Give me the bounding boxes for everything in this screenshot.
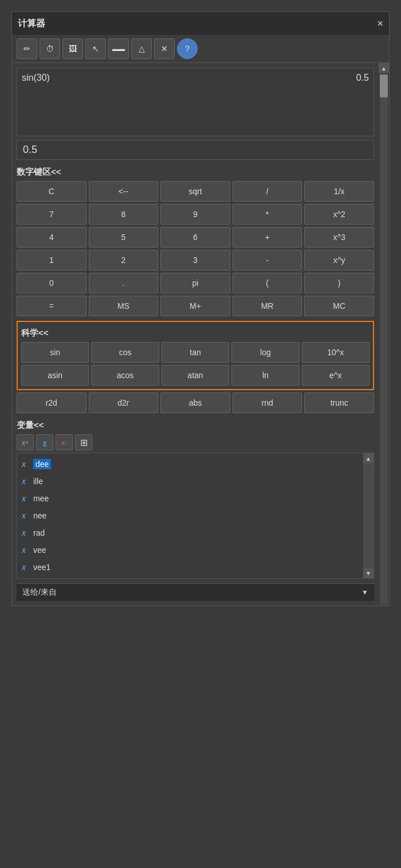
btn-reciprocal[interactable]: 1/x — [304, 181, 374, 202]
btn-7[interactable]: 7 — [17, 204, 87, 225]
var-name-dee: dee — [33, 459, 51, 469]
result-bar: 0.5 — [17, 140, 374, 160]
btn-9[interactable]: 9 — [160, 204, 230, 225]
btn-MC[interactable]: MC — [304, 296, 374, 316]
btn-acos[interactable]: acos — [91, 365, 159, 386]
cursor-btn[interactable]: ↖ — [85, 38, 106, 59]
extra-row: r2d d2r abs rnd trunc — [17, 392, 374, 413]
btn-3[interactable]: 3 — [160, 250, 230, 270]
btn-sqrt[interactable]: sqrt — [160, 181, 230, 202]
btn-multiply[interactable]: * — [233, 204, 302, 225]
var-name-mee: mee — [33, 494, 49, 503]
btn-8[interactable]: 8 — [89, 204, 159, 225]
image-btn[interactable]: 🖼 — [62, 38, 83, 59]
window-title: 计算器 — [18, 18, 45, 30]
btn-pi[interactable]: pi — [160, 273, 230, 293]
btn-4[interactable]: 4 — [17, 227, 87, 248]
add-var-btn[interactable]: x+ — [17, 434, 34, 450]
var-scroll-down[interactable]: ▼ — [363, 568, 374, 578]
btn-divide[interactable]: / — [233, 181, 302, 202]
ruler-btn[interactable]: ▬▬ — [108, 38, 129, 59]
delete-var-btn[interactable]: x- — [56, 434, 73, 450]
result-value: 0.5 — [23, 144, 37, 155]
var-name-vee: vee — [33, 545, 46, 555]
var-list: x dee x ille x mee x nee — [17, 453, 363, 578]
var-name-nee: nee — [33, 511, 46, 520]
btn-asin[interactable]: asin — [21, 365, 89, 386]
btn-dot[interactable]: . — [89, 273, 159, 293]
var-item-nee[interactable]: x nee — [17, 507, 363, 524]
close-button[interactable]: × — [377, 18, 383, 29]
btn-add[interactable]: + — [233, 227, 302, 248]
display-area: sin(30) 0.5 — [17, 68, 374, 136]
var-item-vee1[interactable]: x vee1 — [17, 559, 363, 576]
rename-var-btn[interactable]: x — [36, 434, 53, 450]
history-btn[interactable]: ⏱ — [40, 38, 60, 59]
btn-d2r[interactable]: d2r — [89, 392, 159, 413]
var-item-mee[interactable]: x mee — [17, 490, 363, 507]
btn-equals[interactable]: = — [17, 296, 87, 316]
bottom-label: 送给/来自 — [22, 587, 57, 598]
var-icon: x — [22, 477, 30, 486]
btn-x2[interactable]: x^2 — [304, 204, 374, 225]
expression-text: sin(30) — [22, 73, 50, 83]
var-name-vee1: vee1 — [33, 563, 50, 572]
btn-x3[interactable]: x^3 — [304, 227, 374, 248]
variables-label: 变量<< — [17, 420, 374, 431]
btn-ex[interactable]: e^x — [302, 365, 369, 386]
btn-10x[interactable]: 10^x — [302, 342, 369, 363]
grid-view-btn[interactable]: ⊞ — [75, 434, 92, 450]
var-icon: x — [22, 511, 30, 520]
var-list-container: x dee x ille x mee x nee — [17, 453, 374, 579]
btn-subtract[interactable]: - — [233, 250, 302, 270]
var-item-dee[interactable]: x dee — [17, 455, 363, 473]
scroll-thumb[interactable] — [380, 74, 388, 97]
btn-xy[interactable]: x^y — [304, 250, 374, 270]
btn-r2d[interactable]: r2d — [17, 392, 87, 413]
display-expression-row: sin(30) 0.5 — [22, 73, 369, 83]
var-item-ille[interactable]: x ille — [17, 473, 363, 490]
btn-6[interactable]: 6 — [160, 227, 230, 248]
btn-0[interactable]: 0 — [17, 273, 87, 293]
calculator-window: 计算器 × ✏ ⏱ 🖼 ↖ ▬▬ △ ✕ ? sin(30) 0.5 0.5 — [11, 11, 390, 606]
var-scroll-track — [364, 464, 372, 568]
eraser-btn[interactable]: ✏ — [17, 38, 37, 59]
btn-1[interactable]: 1 — [17, 250, 87, 270]
var-icon: x — [22, 528, 30, 537]
btn-sin[interactable]: sin — [21, 342, 89, 363]
btn-atan[interactable]: atan — [162, 365, 229, 386]
btn-ln[interactable]: ln — [231, 365, 299, 386]
scientific-label: 科学<< — [21, 328, 369, 339]
btn-rparen[interactable]: ) — [304, 273, 374, 293]
help-btn[interactable]: ? — [177, 38, 198, 59]
btn-MR[interactable]: MR — [233, 296, 302, 316]
btn-lparen[interactable]: ( — [233, 273, 302, 293]
scroll-track — [380, 74, 388, 604]
btn-rnd[interactable]: rnd — [233, 392, 302, 413]
btn-2[interactable]: 2 — [89, 250, 159, 270]
right-scrollbar: ▲ — [379, 63, 389, 606]
close-x-btn[interactable]: ✕ — [154, 38, 175, 59]
btn-MS[interactable]: MS — [89, 296, 159, 316]
sci-row-1: sin cos tan log 10^x — [21, 342, 369, 363]
btn-backspace[interactable]: <-- — [89, 181, 159, 202]
var-item-rad[interactable]: x rad — [17, 524, 363, 541]
toolbar: ✏ ⏱ 🖼 ↖ ▬▬ △ ✕ ? — [12, 35, 389, 63]
btn-cos[interactable]: cos — [91, 342, 159, 363]
triangle-btn[interactable]: △ — [131, 38, 152, 59]
btn-C[interactable]: C — [17, 181, 87, 202]
display-result-right: 0.5 — [356, 73, 369, 83]
var-item-vee[interactable]: x vee — [17, 541, 363, 559]
scroll-up-arrow[interactable]: ▲ — [379, 63, 389, 73]
var-scroll-up[interactable]: ▲ — [363, 453, 374, 464]
title-bar: 计算器 × — [12, 12, 389, 35]
btn-abs[interactable]: abs — [160, 392, 230, 413]
var-name-rad: rad — [33, 528, 45, 537]
btn-trunc[interactable]: trunc — [304, 392, 374, 413]
btn-5[interactable]: 5 — [89, 227, 159, 248]
bottom-arrow: ▼ — [361, 588, 368, 596]
btn-Mplus[interactable]: M+ — [160, 296, 230, 316]
bottom-bar: 送给/来自 ▼ — [17, 583, 374, 601]
btn-tan[interactable]: tan — [162, 342, 229, 363]
btn-log[interactable]: log — [231, 342, 299, 363]
